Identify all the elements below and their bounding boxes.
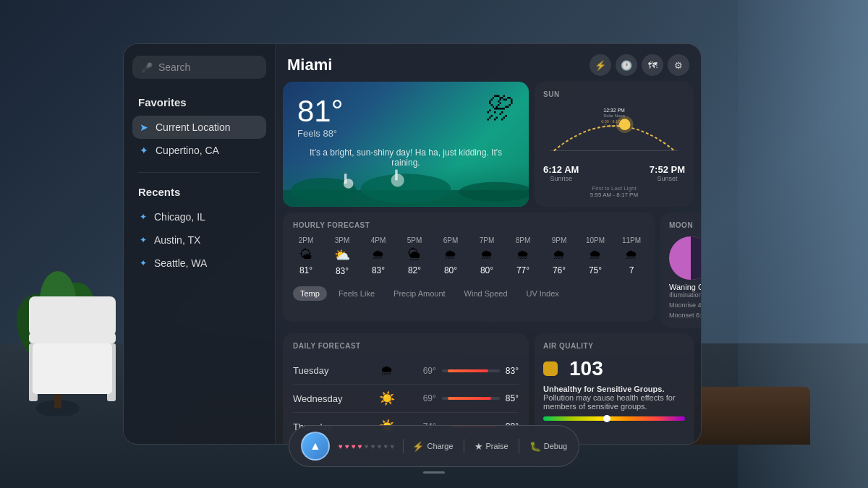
map-button[interactable]: 🗺 bbox=[642, 54, 663, 76]
dock-up-button[interactable]: ▲ bbox=[301, 432, 330, 461]
hourly-item: 2PM 🌤 81° bbox=[293, 236, 319, 276]
hourly-item: 3PM ⛅ 83° bbox=[329, 236, 355, 276]
moon-illumination: Illumination 15% bbox=[669, 291, 701, 299]
austin-label: Austin, TX bbox=[154, 234, 200, 246]
svg-point-12 bbox=[361, 174, 451, 204]
hourly-item: 8PM 🌧 77° bbox=[510, 236, 536, 276]
dock-pill bbox=[423, 471, 445, 474]
aqi-marker bbox=[603, 415, 610, 422]
recents-heading: Recents bbox=[132, 183, 266, 201]
hourly-item: 11PM 🌧 7 bbox=[618, 236, 644, 276]
dock-star: ♥ bbox=[339, 442, 343, 450]
main-header: Miami ⚡ 🕐 🗺 ⚙ bbox=[276, 44, 701, 82]
dock-action-praise[interactable]: ★ Praise bbox=[474, 439, 508, 453]
sunset-time: 7:52 PM bbox=[650, 164, 685, 175]
sidebar-item-seattle[interactable]: ✦ Seattle, WA bbox=[132, 252, 266, 275]
aqi-title: AIR QUALITY bbox=[543, 342, 685, 350]
favorites-heading: Favorites bbox=[132, 93, 266, 111]
aqi-label: Unhealthy for Sensitive Groups. Pollutio… bbox=[543, 385, 685, 411]
sidebar-item-current-location[interactable]: ➤ Current Location bbox=[132, 116, 266, 139]
hourly-item: 10PM 🌧 75° bbox=[582, 236, 608, 276]
pin-icon-chicago: ✦ bbox=[140, 212, 147, 222]
sunrise-label: Sunrise bbox=[543, 175, 579, 182]
sun-card-title: SUN bbox=[543, 90, 685, 98]
aqi-category: Unhealthy for Sensitive Groups. bbox=[543, 385, 664, 393]
microphone-icon: 🎤 bbox=[141, 62, 153, 73]
moonset-time: Moonset 6:24 PM bbox=[669, 312, 701, 319]
history-button[interactable]: 🕐 bbox=[616, 54, 637, 76]
main-scroll[interactable]: 81° Feels 88° ⛈ It's a bright, sun-shiny… bbox=[276, 82, 701, 444]
dock-star: ♥ bbox=[371, 442, 375, 450]
svg-text:6:00 - 8:17 PM: 6:00 - 8:17 PM bbox=[601, 119, 627, 124]
forecast-tab-feels-like[interactable]: Feels Like bbox=[331, 286, 382, 301]
filter-button[interactable]: ⚡ bbox=[590, 54, 611, 76]
sunset-info: 7:52 PM Sunset bbox=[650, 164, 685, 182]
dock-divider-2 bbox=[463, 439, 464, 453]
hero-temperature: 81° bbox=[297, 96, 344, 127]
header-icons: ⚡ 🕐 🗺 ⚙ bbox=[590, 54, 689, 76]
daily-forecast-title: DAILY FORECAST bbox=[293, 342, 519, 350]
dock-star: ♥ bbox=[390, 442, 394, 450]
forecast-tabs: TempFeels LikePrecip AmountWind SpeedUV … bbox=[293, 286, 644, 301]
moonrise-time: Moonrise 4:04 AM bbox=[669, 301, 701, 309]
weather-app: 🎤 Search Favorites ➤ Current Location ✦ … bbox=[123, 43, 702, 445]
hourly-item: 5PM 🌦 82° bbox=[401, 236, 427, 276]
hourly-scroll[interactable]: 2PM 🌤 81° 3PM ⛅ 83° 4PM 🌧 83° 5PM 🌦 82° … bbox=[293, 236, 644, 279]
svg-point-15 bbox=[391, 174, 404, 187]
chicago-label: Chicago, IL bbox=[154, 211, 205, 223]
cupertino-label: Cupertino, CA bbox=[156, 145, 219, 156]
sunrise-time: 6:12 AM bbox=[543, 164, 579, 175]
sunset-label: Sunset bbox=[650, 175, 685, 182]
forecast-tab-uv-index[interactable]: UV Index bbox=[519, 286, 566, 301]
moon-card-title: MOON bbox=[669, 221, 701, 229]
star-icon: ✦ bbox=[140, 145, 148, 156]
dock-star: ♥ bbox=[378, 442, 382, 450]
dock-actions: ⚡ Charge ★ Praise 🐛 Debug bbox=[412, 439, 567, 453]
svg-text:12:32 PM: 12:32 PM bbox=[603, 108, 625, 113]
main-content: Miami ⚡ 🕐 🗺 ⚙ 81° Feels 88° ⛈ bbox=[276, 44, 701, 444]
hourly-forecast-title: HOURLY FORECAST bbox=[293, 221, 644, 229]
hourly-item: 7PM 🌧 80° bbox=[474, 236, 500, 276]
dock-action-debug[interactable]: 🐛 Debug bbox=[529, 439, 567, 453]
dock-divider-1 bbox=[403, 439, 404, 453]
location-icon: ➤ bbox=[140, 121, 148, 133]
moon-phase-label: Waning Crescent bbox=[669, 283, 701, 291]
forecast-tab-precip-amount[interactable]: Precip Amount bbox=[386, 286, 453, 301]
current-location-label: Current Location bbox=[156, 121, 231, 133]
forecast-tab-temp[interactable]: Temp bbox=[293, 286, 327, 301]
dock-action-charge[interactable]: ⚡ Charge bbox=[412, 439, 453, 453]
pin-icon-seattle: ✦ bbox=[140, 258, 147, 268]
aqi-description: Pollution may cause health effects for m… bbox=[543, 393, 676, 411]
sun-card: SUN 12:32 PM Solar Noon 6:00 - 8:17 PM bbox=[535, 82, 694, 207]
pin-icon-austin: ✦ bbox=[140, 235, 147, 245]
hero-weather-icon: ⛈ bbox=[485, 93, 514, 125]
dock-star: ♥ bbox=[384, 442, 388, 450]
hero-feels-like: Feels 88° bbox=[297, 128, 344, 139]
settings-button[interactable]: ⚙ bbox=[668, 54, 689, 76]
dock-container: ▲ ♥♥♥♥♥♥♥♥♥ ⚡ Charge ★ Praise 🐛 Debug bbox=[289, 425, 579, 474]
search-bar[interactable]: 🎤 Search bbox=[132, 56, 266, 79]
sun-times: 6:12 AM Sunrise 7:52 PM Sunset bbox=[543, 164, 685, 182]
sidebar-item-cupertino[interactable]: ✦ Cupertino, CA bbox=[132, 139, 266, 162]
hourly-item: 6PM 🌧 80° bbox=[438, 236, 464, 276]
dock-divider-3 bbox=[519, 439, 519, 453]
dock-star: ♥ bbox=[345, 442, 349, 450]
background-chair bbox=[22, 289, 123, 419]
hourly-item: 9PM 🌧 76° bbox=[546, 236, 572, 276]
sidebar-item-austin[interactable]: ✦ Austin, TX bbox=[132, 228, 266, 252]
aqi-badge bbox=[543, 361, 558, 376]
sidebar-divider bbox=[138, 172, 260, 173]
svg-text:Solar Noon: Solar Noon bbox=[603, 114, 624, 118]
hourly-item: 4PM 🌧 83° bbox=[365, 236, 391, 276]
svg-text:Golden Hour: Golden Hour bbox=[604, 124, 624, 128]
hero-description: It's a bright, sun-shiny day! Ha ha, jus… bbox=[297, 147, 514, 168]
search-input-label: Search bbox=[158, 61, 190, 73]
hero-weather-card: 81° Feels 88° ⛈ It's a bright, sun-shiny… bbox=[283, 82, 529, 207]
sunrise-info: 6:12 AM Sunrise bbox=[543, 164, 579, 182]
moon-phase-visual bbox=[669, 236, 701, 280]
dock-star: ♥ bbox=[358, 442, 362, 450]
dock: ▲ ♥♥♥♥♥♥♥♥♥ ⚡ Charge ★ Praise 🐛 Debug bbox=[289, 425, 579, 467]
aqi-value: 103 bbox=[569, 357, 603, 380]
sidebar-item-chicago[interactable]: ✦ Chicago, IL bbox=[132, 205, 266, 228]
forecast-tab-wind-speed[interactable]: Wind Speed bbox=[457, 286, 515, 301]
